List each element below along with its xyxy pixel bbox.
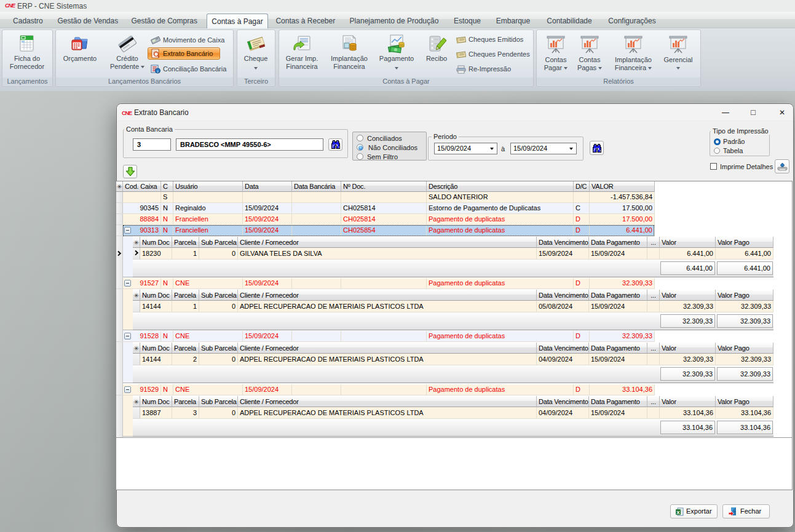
svg-text:i: i [157,69,159,74]
svg-text:X: X [676,510,680,515]
